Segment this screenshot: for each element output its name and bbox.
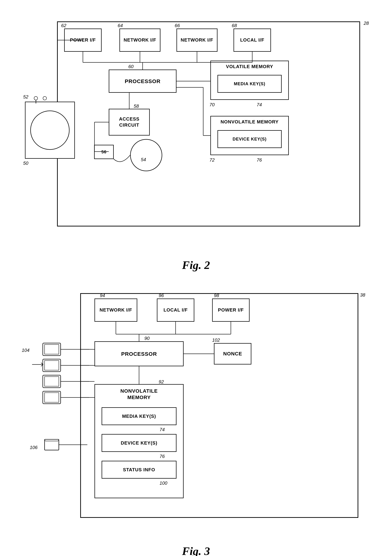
ref-28: 28 [364,21,369,26]
ref-60: 60 [128,64,133,69]
svg-rect-16 [45,345,59,354]
fig2-diagram: 28 POWER I/F 62 NETWORK I/F 64 NETWORK I… [14,11,371,251]
fig3-power-if: POWER I/F [212,299,250,322]
fig2-media-keys: MEDIA KEY(S) [217,75,282,93]
fig3-label: Fig. 3 [14,545,378,556]
fig3-diagram: 38 NETWORK I/F 94 LOCAL I/F 96 POWER I/F… [14,282,371,541]
fig2-label: Fig. 2 [14,259,378,272]
ref-64: 64 [118,23,123,28]
ref-94: 94 [100,293,105,298]
fig3-media-keys: MEDIA KEY(S) [102,407,177,425]
ref-38: 38 [360,292,365,298]
fig2-box56: 56 [94,145,114,159]
fig2-access-circuit: ACCESS CIRCUIT [109,109,150,136]
fig3-local-if: LOCAL I/F [157,299,194,322]
fig3-status-info: STATUS INFO [102,461,177,479]
ref-96: 96 [159,293,164,298]
fig2-device-keys: DEVICE KEY(S) [217,130,282,148]
svg-rect-22 [45,393,59,402]
ref-54: 54 [141,157,146,162]
ref-58: 58 [134,103,139,109]
ref-100: 100 [160,480,167,486]
ref-52: 52 [23,94,28,100]
ref-92: 92 [159,379,164,385]
svg-marker-29 [45,439,59,441]
ref-76: 76 [160,454,165,459]
fig3-usb-shapes [32,341,89,431]
ref-98: 98 [214,293,219,298]
ref-74: 74 [257,102,262,108]
fig2-outer-box [57,21,360,226]
ref-102: 102 [212,337,220,343]
fig2-power-if: POWER I/F [64,29,102,52]
fig3-nonce: NONCE [214,343,251,364]
ref-76: 76 [257,157,262,163]
ref-50: 50 [23,161,28,166]
svg-rect-20 [45,377,59,386]
ref-72: 72 [209,157,215,163]
fig3-usb-mini [41,438,87,456]
fig3-processor: PROCESSOR [94,341,184,366]
ref-66: 66 [175,23,180,28]
ref-74: 74 [160,427,165,432]
ref-104: 104 [22,348,29,353]
ref-106: 106 [30,445,38,450]
fig3-network-if: NETWORK I/F [94,299,137,322]
page: 28 POWER I/F 62 NETWORK I/F 64 NETWORK I… [0,0,392,556]
fig2-network-if2: NETWORK I/F [177,29,217,52]
ref-62: 62 [61,23,66,28]
ref-70: 70 [209,102,215,108]
ref-68: 68 [232,23,237,28]
ref-90: 90 [144,336,150,341]
svg-rect-18 [45,361,59,370]
fig2-processor: PROCESSOR [109,70,177,93]
fig2-local-if: LOCAL I/F [233,29,271,52]
fig3-device-keys: DEVICE KEY(S) [102,434,177,452]
fig2-disc54 [130,139,162,171]
fig2-network-if1: NETWORK I/F [119,29,161,52]
